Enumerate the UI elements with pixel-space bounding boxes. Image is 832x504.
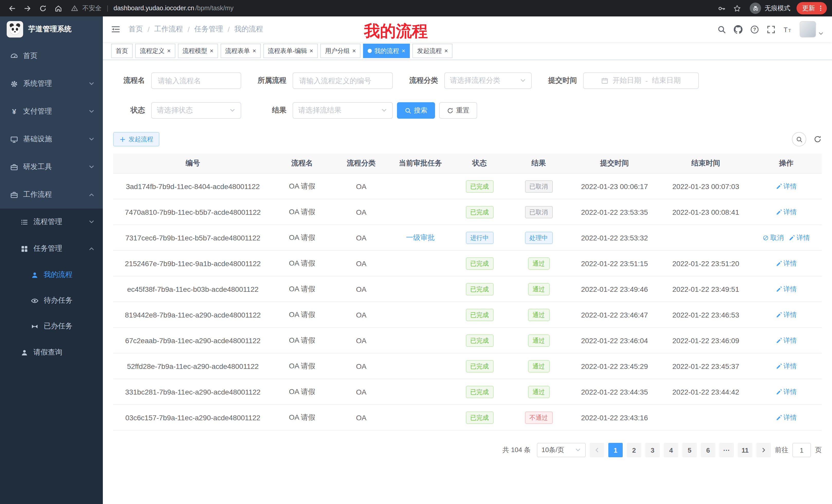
toggle-search-icon[interactable]: [792, 132, 806, 146]
chevron-down-icon: [575, 447, 581, 453]
breadcrumb-task-mgmt[interactable]: 任务管理: [194, 25, 223, 34]
result-badge: 通过: [528, 257, 549, 270]
sidebar-item-process-mgmt[interactable]: 流程管理: [0, 208, 103, 235]
page-button-11[interactable]: 11: [738, 443, 752, 457]
address-bar[interactable]: 不安全 | dashboard.yudao.iocoder.cn /bpm/ta…: [71, 4, 709, 12]
help-icon[interactable]: [750, 25, 759, 34]
close-icon[interactable]: ×: [401, 48, 405, 54]
result-badge: 通过: [528, 386, 549, 398]
forward-icon[interactable]: [21, 2, 34, 15]
prev-page-button[interactable]: [590, 443, 604, 457]
back-icon[interactable]: [5, 2, 19, 15]
bookmark-star-icon[interactable]: [730, 2, 744, 15]
cell-category: OA: [332, 276, 391, 302]
page-size-select[interactable]: 10条/页: [537, 443, 586, 457]
cell-result: 通过: [509, 379, 568, 404]
close-icon[interactable]: ×: [444, 48, 448, 54]
tab-home[interactable]: 首页: [111, 44, 133, 58]
sidebar-item-my-process[interactable]: 我的流程: [0, 262, 103, 288]
close-icon[interactable]: ×: [352, 48, 356, 54]
key-icon[interactable]: [715, 2, 728, 15]
more-pages-button[interactable]: ···: [719, 443, 734, 457]
close-icon[interactable]: ×: [253, 48, 256, 54]
detail-link[interactable]: 详情: [789, 233, 810, 242]
goto-page-input[interactable]: [792, 443, 811, 457]
close-icon[interactable]: ×: [167, 48, 171, 54]
cell-end-time: 2022-01-22 23:45:37: [661, 353, 751, 379]
refresh-table-icon[interactable]: [813, 135, 822, 143]
breadcrumb-home[interactable]: 首页: [129, 25, 143, 34]
page-button-5[interactable]: 5: [682, 443, 697, 457]
menu-dots-icon[interactable]: [817, 5, 824, 12]
sidebar-item-workflow[interactable]: 工作流程: [0, 181, 103, 208]
sidebar-item-payment[interactable]: ¥ 支付管理: [0, 97, 103, 125]
sidebar-item-home[interactable]: 首页: [0, 42, 103, 70]
tab-process-form-edit[interactable]: 流程表单-编辑 ×: [263, 44, 318, 58]
sidebar-item-leave-query[interactable]: 请假查询: [0, 339, 103, 366]
page-button-6[interactable]: 6: [701, 443, 715, 457]
process-def-label: 所属流程: [254, 76, 286, 85]
cell-current-task: [391, 173, 450, 199]
detail-link[interactable]: 详情: [776, 259, 797, 268]
reload-icon[interactable]: [36, 2, 49, 15]
tab-process-model[interactable]: 流程模型 ×: [178, 44, 218, 58]
detail-link[interactable]: 详情: [776, 284, 797, 293]
detail-link[interactable]: 详情: [776, 207, 797, 217]
search-icon[interactable]: [717, 25, 726, 34]
sidebar-item-infra[interactable]: 基础设施: [0, 125, 103, 153]
detail-link[interactable]: 详情: [776, 310, 797, 319]
chevron-down-icon: [88, 136, 95, 142]
tab-process-form[interactable]: 流程表单 ×: [220, 44, 261, 58]
create-process-button[interactable]: 发起流程: [113, 132, 159, 146]
result-select[interactable]: 请选择流结果: [293, 102, 393, 119]
detail-link[interactable]: 详情: [776, 387, 797, 396]
date-end-placeholder: 结束日期: [652, 76, 681, 85]
page-button-4[interactable]: 4: [664, 443, 678, 457]
search-button[interactable]: 搜索: [397, 102, 435, 119]
process-name-input[interactable]: [157, 76, 235, 85]
sidebar-item-task-mgmt[interactable]: 任务管理: [0, 235, 103, 262]
tab-start-process[interactable]: 发起流程 ×: [412, 44, 452, 58]
category-select[interactable]: 请选择流程分类: [444, 73, 532, 89]
detail-link[interactable]: 详情: [776, 181, 797, 191]
sidebar-collapse-icon[interactable]: [111, 25, 120, 34]
reset-button[interactable]: 重置: [439, 102, 477, 119]
cell-result: 通过: [509, 328, 568, 353]
page-button-1[interactable]: 1: [608, 443, 623, 457]
sidebar-item-todo-tasks[interactable]: 待办任务: [0, 288, 103, 313]
detail-link[interactable]: 详情: [776, 361, 797, 371]
font-size-icon[interactable]: [783, 25, 792, 34]
sidebar-item-done-tasks[interactable]: 已办任务: [0, 313, 103, 339]
detail-link[interactable]: 详情: [776, 413, 797, 422]
cell-category: OA: [332, 379, 391, 404]
page-button-3[interactable]: 3: [645, 443, 660, 457]
browser-update-button[interactable]: 更新: [797, 2, 827, 15]
home-icon[interactable]: [51, 2, 65, 15]
date-range-picker[interactable]: 开始日期 - 结束日期: [583, 73, 699, 89]
github-icon[interactable]: [734, 25, 743, 34]
status-select[interactable]: 请选择状态: [151, 102, 241, 119]
user-menu[interactable]: [800, 21, 824, 37]
page-button-2[interactable]: 2: [627, 443, 641, 457]
avatar[interactable]: [800, 21, 816, 37]
cell-current-task: 一级审批: [391, 225, 450, 250]
cell-current-task: [391, 199, 450, 225]
refresh-icon: [447, 107, 453, 114]
browser-toolbar: 不安全 | dashboard.yudao.iocoder.cn /bpm/ta…: [0, 0, 832, 17]
fullscreen-icon[interactable]: [767, 25, 775, 34]
current-task-link[interactable]: 一级审批: [406, 233, 435, 242]
close-icon[interactable]: ×: [310, 48, 313, 54]
breadcrumb-workflow[interactable]: 工作流程: [154, 25, 183, 34]
sidebar-item-system[interactable]: 系统管理: [0, 70, 103, 97]
sidebar-item-devtools[interactable]: 研发工具: [0, 153, 103, 181]
table-row: 7317cec6-7b9b-11ec-b5b7-acde48001122 OA …: [113, 225, 822, 250]
close-icon[interactable]: ×: [210, 48, 213, 54]
tab-user-group[interactable]: 用户分组 ×: [320, 44, 361, 58]
tab-my-process[interactable]: 我的流程 ×: [363, 44, 410, 58]
detail-link[interactable]: 详情: [776, 336, 797, 345]
cancel-link[interactable]: 取消: [762, 233, 784, 242]
chevron-down-icon: [88, 81, 95, 87]
tab-process-definition[interactable]: 流程定义 ×: [135, 44, 175, 58]
next-page-button[interactable]: [756, 443, 771, 457]
process-def-input[interactable]: [298, 76, 387, 85]
